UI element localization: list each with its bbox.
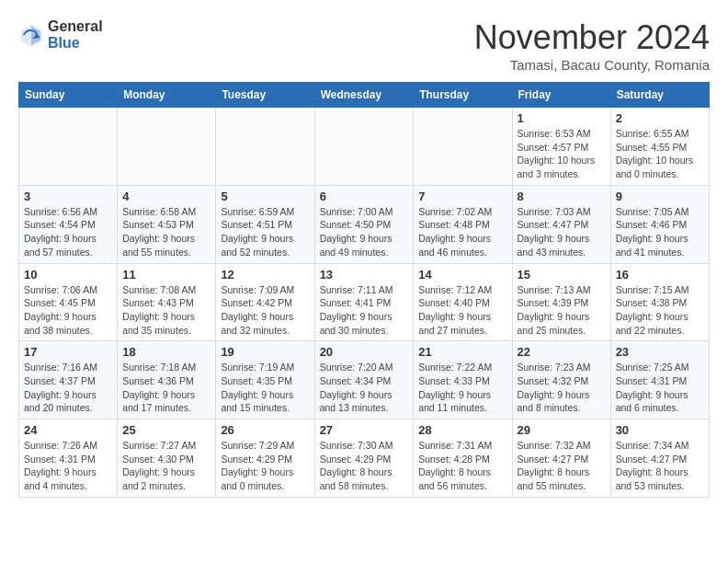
day-number: 11 [122,268,210,282]
day-number: 8 [518,190,606,203]
day-number: 9 [616,190,704,203]
day-number: 10 [24,268,112,282]
day-number: 7 [418,190,506,203]
calendar-week-row: 3Sunrise: 6:56 AM Sunset: 4:54 PM Daylig… [19,185,710,263]
calendar-day-cell: 28Sunrise: 7:31 AM Sunset: 4:28 PM Dayli… [414,419,512,498]
day-info: Sunrise: 6:56 AM Sunset: 4:54 PM Dayligh… [24,205,112,259]
calendar-day-cell [19,108,118,186]
day-number: 26 [221,423,309,437]
calendar-day-cell: 25Sunrise: 7:27 AM Sunset: 4:30 PM Dayli… [118,419,216,498]
day-number: 24 [24,423,112,437]
month-title: November 2024 [474,18,710,57]
day-info: Sunrise: 7:12 AM Sunset: 4:40 PM Dayligh… [418,283,506,338]
day-number: 18 [122,345,210,359]
day-info: Sunrise: 7:19 AM Sunset: 4:35 PM Dayligh… [221,361,309,415]
calendar-day-cell: 30Sunrise: 7:34 AM Sunset: 4:27 PM Dayli… [610,419,709,498]
calendar-day-cell: 20Sunrise: 7:20 AM Sunset: 4:34 PM Dayli… [314,341,414,419]
calendar-week-row: 10Sunrise: 7:06 AM Sunset: 4:45 PM Dayli… [19,263,710,341]
day-info: Sunrise: 7:08 AM Sunset: 4:43 PM Dayligh… [122,283,210,338]
calendar-week-row: 24Sunrise: 7:26 AM Sunset: 4:31 PM Dayli… [19,419,710,498]
calendar-day-header: Wednesday [314,83,414,108]
calendar-day-cell: 10Sunrise: 7:06 AM Sunset: 4:45 PM Dayli… [19,263,118,341]
day-info: Sunrise: 7:30 AM Sunset: 4:29 PM Dayligh… [320,439,409,493]
day-number: 21 [418,345,506,359]
calendar-day-cell: 1Sunrise: 6:53 AM Sunset: 4:57 PM Daylig… [512,108,610,186]
day-number: 3 [24,190,112,203]
calendar-day-header: Saturday [610,83,709,108]
day-info: Sunrise: 7:02 AM Sunset: 4:48 PM Dayligh… [418,205,506,259]
day-info: Sunrise: 6:55 AM Sunset: 4:55 PM Dayligh… [616,127,704,181]
calendar-day-cell: 12Sunrise: 7:09 AM Sunset: 4:42 PM Dayli… [216,263,314,341]
day-number: 19 [221,345,309,359]
calendar-day-header: Sunday [19,83,118,108]
day-info: Sunrise: 6:53 AM Sunset: 4:57 PM Dayligh… [518,127,606,181]
day-info: Sunrise: 7:26 AM Sunset: 4:31 PM Dayligh… [24,439,112,493]
day-number: 23 [616,345,704,359]
calendar-day-cell: 22Sunrise: 7:23 AM Sunset: 4:32 PM Dayli… [512,341,610,419]
day-number: 28 [418,423,506,437]
calendar-day-cell: 18Sunrise: 7:18 AM Sunset: 4:36 PM Dayli… [118,341,216,419]
day-info: Sunrise: 6:59 AM Sunset: 4:51 PM Dayligh… [221,205,309,259]
calendar-week-row: 17Sunrise: 7:16 AM Sunset: 4:37 PM Dayli… [19,341,710,419]
calendar-day-cell: 11Sunrise: 7:08 AM Sunset: 4:43 PM Dayli… [118,263,216,341]
calendar-day-cell [314,108,414,186]
title-section: November 2024 Tamasi, Bacau County, Roma… [474,18,710,73]
calendar-day-cell: 5Sunrise: 6:59 AM Sunset: 4:51 PM Daylig… [216,185,314,263]
logo-icon [18,22,44,48]
day-info: Sunrise: 7:32 AM Sunset: 4:27 PM Dayligh… [518,439,606,493]
day-number: 13 [320,268,409,282]
calendar-day-cell: 15Sunrise: 7:13 AM Sunset: 4:39 PM Dayli… [512,263,610,341]
day-info: Sunrise: 7:13 AM Sunset: 4:39 PM Dayligh… [518,283,606,338]
calendar-day-cell: 7Sunrise: 7:02 AM Sunset: 4:48 PM Daylig… [414,185,512,263]
day-info: Sunrise: 7:00 AM Sunset: 4:50 PM Dayligh… [320,205,409,259]
calendar-day-cell: 9Sunrise: 7:05 AM Sunset: 4:46 PM Daylig… [610,185,709,263]
logo-general-text: General [48,18,103,35]
calendar-day-cell: 16Sunrise: 7:15 AM Sunset: 4:38 PM Dayli… [610,263,709,341]
day-number: 1 [518,111,606,125]
calendar-day-cell: 6Sunrise: 7:00 AM Sunset: 4:50 PM Daylig… [314,185,414,263]
day-info: Sunrise: 7:29 AM Sunset: 4:29 PM Dayligh… [221,439,309,493]
calendar-day-cell: 8Sunrise: 7:03 AM Sunset: 4:47 PM Daylig… [512,185,610,263]
day-info: Sunrise: 7:22 AM Sunset: 4:33 PM Dayligh… [418,361,506,415]
day-number: 12 [221,268,309,282]
day-number: 6 [320,190,409,203]
day-number: 16 [616,268,704,282]
day-number: 20 [320,345,409,359]
day-info: Sunrise: 7:06 AM Sunset: 4:45 PM Dayligh… [24,283,112,338]
day-number: 25 [122,423,210,437]
day-number: 27 [320,423,409,437]
calendar-day-cell: 29Sunrise: 7:32 AM Sunset: 4:27 PM Dayli… [512,419,610,498]
day-info: Sunrise: 7:11 AM Sunset: 4:41 PM Dayligh… [320,283,409,338]
day-info: Sunrise: 6:58 AM Sunset: 4:53 PM Dayligh… [122,205,210,259]
day-number: 22 [518,345,606,359]
day-number: 30 [616,423,704,437]
day-number: 29 [518,423,606,437]
day-number: 15 [518,268,606,282]
day-number: 5 [221,190,309,203]
calendar-day-cell: 26Sunrise: 7:29 AM Sunset: 4:29 PM Dayli… [216,419,314,498]
day-info: Sunrise: 7:03 AM Sunset: 4:47 PM Dayligh… [518,205,606,259]
calendar-day-header: Tuesday [216,83,314,108]
day-info: Sunrise: 7:23 AM Sunset: 4:32 PM Dayligh… [518,361,606,415]
calendar-day-header: Friday [512,83,610,108]
calendar-day-cell: 23Sunrise: 7:25 AM Sunset: 4:31 PM Dayli… [610,341,709,419]
day-info: Sunrise: 7:09 AM Sunset: 4:42 PM Dayligh… [221,283,309,338]
day-info: Sunrise: 7:34 AM Sunset: 4:27 PM Dayligh… [616,439,704,493]
day-info: Sunrise: 7:05 AM Sunset: 4:46 PM Dayligh… [616,205,704,259]
day-info: Sunrise: 7:18 AM Sunset: 4:36 PM Dayligh… [122,361,210,415]
calendar-header-row: SundayMondayTuesdayWednesdayThursdayFrid… [19,83,710,108]
calendar-day-cell: 2Sunrise: 6:55 AM Sunset: 4:55 PM Daylig… [610,108,709,186]
day-info: Sunrise: 7:15 AM Sunset: 4:38 PM Dayligh… [616,283,704,338]
calendar-day-cell: 27Sunrise: 7:30 AM Sunset: 4:29 PM Dayli… [314,419,414,498]
day-number: 14 [418,268,506,282]
calendar-week-row: 1Sunrise: 6:53 AM Sunset: 4:57 PM Daylig… [19,108,710,186]
calendar-day-cell: 3Sunrise: 6:56 AM Sunset: 4:54 PM Daylig… [19,185,118,263]
day-info: Sunrise: 7:31 AM Sunset: 4:28 PM Dayligh… [418,439,506,493]
location-subtitle: Tamasi, Bacau County, Romania [474,57,710,73]
calendar-day-cell [118,108,216,186]
calendar-day-cell [216,108,314,186]
calendar-table: SundayMondayTuesdayWednesdayThursdayFrid… [18,82,710,498]
calendar-day-header: Monday [118,83,216,108]
day-info: Sunrise: 7:20 AM Sunset: 4:34 PM Dayligh… [320,361,409,415]
day-info: Sunrise: 7:16 AM Sunset: 4:37 PM Dayligh… [24,361,112,415]
